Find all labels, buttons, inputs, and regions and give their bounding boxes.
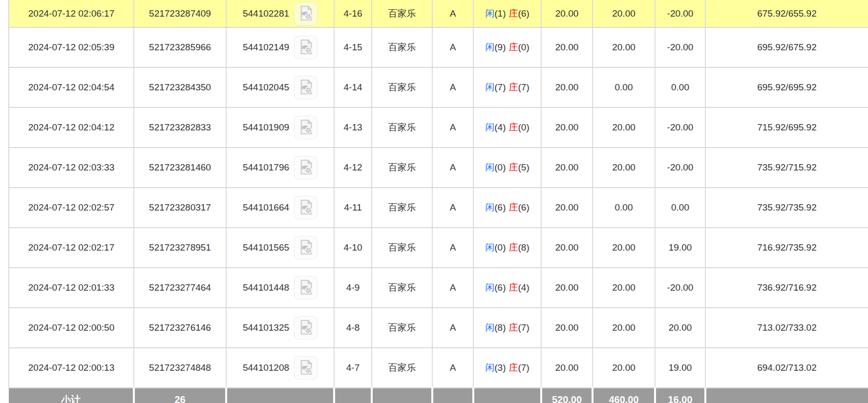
subtotal-winloss-total: 16.00 [655, 388, 705, 403]
video-replay-button[interactable] [294, 116, 318, 139]
bet-amount: 20.00 [541, 27, 593, 67]
bet-row[interactable]: 2024-07-12 02:02:57521723280317544101664… [9, 188, 868, 228]
player-count: (9) [494, 42, 506, 52]
balance-after-before: 694.02/713.02 [705, 348, 868, 388]
platform: A [432, 107, 473, 148]
valid-bet-amount: 20.00 [593, 348, 655, 388]
platform: A [432, 27, 473, 67]
video-replay-button[interactable] [294, 156, 318, 179]
bet-row[interactable]: 2024-07-12 02:04:54521723284350544102045… [9, 67, 868, 107]
video-replay-button[interactable] [294, 276, 318, 299]
bet-row[interactable]: 2024-07-12 02:00:50521723276146544101325… [9, 308, 868, 348]
video-replay-button[interactable] [294, 36, 318, 59]
table-round: 4-12 [334, 148, 372, 188]
game-result: 闲(9)庄(0) [473, 27, 541, 67]
bet-row[interactable]: 2024-07-12 02:01:33521723277464544101448… [9, 268, 868, 308]
win-loss: -20.00 [655, 27, 705, 67]
video-replay-button[interactable] [294, 2, 318, 25]
subtotal-empty-table [334, 388, 372, 403]
banker-count: (5) [518, 162, 529, 172]
win-loss: -20.00 [655, 148, 705, 188]
table-round: 4-10 [334, 228, 372, 268]
win-loss: 19.00 [655, 228, 705, 268]
platform: A [432, 348, 473, 388]
round-id-number: 544102281 [243, 8, 289, 19]
game-name: 百家乐 [372, 188, 432, 228]
round-id-with-video: 544102281 [243, 2, 318, 25]
round-id-number: 544101664 [243, 202, 289, 213]
subtotal-valid-total: 460.00 [593, 388, 655, 403]
round-id: 544101325 [226, 308, 334, 348]
player-count: (8) [494, 322, 506, 333]
bet-row-selected[interactable]: 2024-07-12 02:06:17521723287409544102281… [9, 0, 868, 27]
bet-id: 521723285966 [134, 27, 226, 67]
bet-amount: 20.00 [541, 228, 593, 268]
table-round: 4-14 [334, 67, 372, 107]
game-name: 百家乐 [372, 228, 432, 268]
video-replay-button[interactable] [294, 316, 318, 339]
round-id: 544101208 [226, 348, 334, 388]
balance-after-before: 735.92/715.92 [705, 148, 868, 188]
bet-row[interactable]: 2024-07-12 02:03:33521723281460544101796… [9, 148, 868, 188]
round-id: 544102045 [226, 67, 334, 107]
bet-time: 2024-07-12 02:02:57 [9, 188, 134, 228]
game-result: 闲(6)庄(4) [473, 268, 541, 308]
player-count: (7) [494, 82, 506, 92]
video-record-icon [297, 5, 314, 21]
game-result: 闲(8)庄(7) [473, 308, 541, 348]
player-count: (3) [494, 362, 506, 373]
round-id-with-video: 544101565 [243, 236, 318, 259]
banker-count: (0) [518, 122, 529, 132]
table-round: 4-15 [334, 27, 372, 67]
round-id-with-video: 544101664 [243, 196, 318, 219]
platform: A [432, 148, 473, 188]
round-id-number: 544101208 [243, 362, 289, 373]
valid-bet-amount: 20.00 [593, 27, 655, 67]
bet-amount: 20.00 [541, 348, 593, 388]
bet-row[interactable]: 2024-07-12 02:00:13521723274848544101208… [9, 348, 868, 388]
game-name: 百家乐 [372, 107, 432, 148]
player-count: (0) [494, 242, 506, 253]
video-replay-button[interactable] [294, 196, 318, 219]
bet-amount: 20.00 [541, 67, 593, 107]
win-loss: -20.00 [655, 0, 705, 27]
video-replay-button[interactable] [294, 356, 318, 380]
video-record-icon [297, 39, 314, 55]
table-round: 4-8 [334, 308, 372, 348]
bet-id: 521723274848 [134, 348, 226, 388]
video-record-icon [297, 199, 314, 215]
bet-records-table: 2024-07-12 02:06:17521723287409544102281… [8, 0, 868, 403]
bet-row[interactable]: 2024-07-12 02:02:17521723278951544101565… [9, 228, 868, 268]
subtotal-bet-total: 520.00 [541, 388, 593, 403]
bet-amount: 20.00 [541, 148, 593, 188]
subtotal-empty-balance [705, 388, 868, 403]
valid-bet-amount: 0.00 [593, 188, 655, 228]
game-name: 百家乐 [372, 67, 432, 107]
platform: A [432, 67, 473, 107]
bet-time: 2024-07-12 02:04:54 [9, 67, 134, 107]
table-round: 4-9 [334, 268, 372, 308]
video-record-icon [297, 279, 314, 296]
video-record-icon [297, 79, 314, 95]
bet-id: 521723281460 [134, 148, 226, 188]
player-label: 闲 [485, 202, 494, 212]
player-count: (0) [494, 162, 506, 172]
video-replay-button[interactable] [294, 76, 318, 99]
video-record-icon [297, 239, 314, 255]
table-round: 4-16 [334, 0, 372, 27]
bet-row[interactable]: 2024-07-12 02:05:39521723285966544102149… [9, 27, 868, 67]
video-record-icon [297, 359, 314, 376]
bet-records-page: 2024-07-12 02:06:17521723287409544102281… [0, 0, 868, 403]
bet-row[interactable]: 2024-07-12 02:04:12521723282833544101909… [9, 107, 868, 148]
round-id-with-video: 544101325 [243, 316, 318, 339]
table-round: 4-13 [334, 107, 372, 148]
round-id-number: 544101325 [243, 322, 289, 333]
bet-time: 2024-07-12 02:06:17 [9, 0, 134, 27]
banker-count: (8) [518, 242, 529, 253]
table-round: 4-7 [334, 348, 372, 388]
video-replay-button[interactable] [294, 236, 318, 259]
banker-count: (4) [518, 282, 529, 293]
banker-count: (7) [518, 322, 529, 333]
bet-amount: 20.00 [541, 308, 593, 348]
game-name: 百家乐 [372, 268, 432, 308]
